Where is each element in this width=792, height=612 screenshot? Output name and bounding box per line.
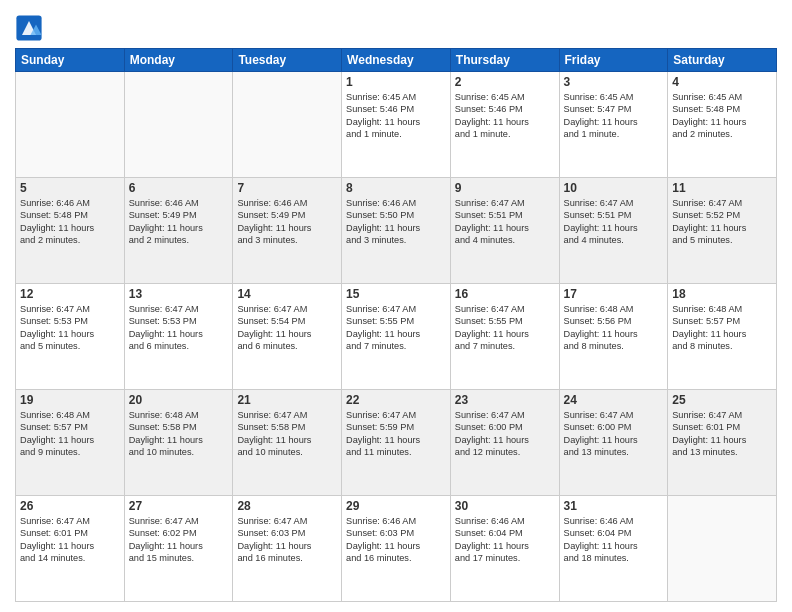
col-header-sunday: Sunday [16, 49, 125, 72]
day-cell: 17Sunrise: 6:48 AM Sunset: 5:56 PM Dayli… [559, 284, 668, 390]
day-cell: 28Sunrise: 6:47 AM Sunset: 6:03 PM Dayli… [233, 496, 342, 602]
day-cell: 4Sunrise: 6:45 AM Sunset: 5:48 PM Daylig… [668, 72, 777, 178]
calendar-header-row: SundayMondayTuesdayWednesdayThursdayFrid… [16, 49, 777, 72]
day-info: Sunrise: 6:45 AM Sunset: 5:48 PM Dayligh… [672, 91, 772, 141]
day-number: 8 [346, 181, 446, 195]
day-number: 29 [346, 499, 446, 513]
day-cell: 31Sunrise: 6:46 AM Sunset: 6:04 PM Dayli… [559, 496, 668, 602]
day-number: 9 [455, 181, 555, 195]
day-cell: 9Sunrise: 6:47 AM Sunset: 5:51 PM Daylig… [450, 178, 559, 284]
day-number: 5 [20, 181, 120, 195]
day-number: 27 [129, 499, 229, 513]
day-cell [668, 496, 777, 602]
day-number: 14 [237, 287, 337, 301]
day-info: Sunrise: 6:47 AM Sunset: 5:54 PM Dayligh… [237, 303, 337, 353]
day-info: Sunrise: 6:47 AM Sunset: 6:01 PM Dayligh… [672, 409, 772, 459]
day-number: 4 [672, 75, 772, 89]
day-number: 18 [672, 287, 772, 301]
day-info: Sunrise: 6:47 AM Sunset: 5:52 PM Dayligh… [672, 197, 772, 247]
day-number: 16 [455, 287, 555, 301]
day-info: Sunrise: 6:48 AM Sunset: 5:57 PM Dayligh… [20, 409, 120, 459]
day-number: 19 [20, 393, 120, 407]
day-cell [124, 72, 233, 178]
day-cell: 18Sunrise: 6:48 AM Sunset: 5:57 PM Dayli… [668, 284, 777, 390]
day-info: Sunrise: 6:47 AM Sunset: 5:55 PM Dayligh… [455, 303, 555, 353]
day-number: 3 [564, 75, 664, 89]
week-row-0: 1Sunrise: 6:45 AM Sunset: 5:46 PM Daylig… [16, 72, 777, 178]
day-info: Sunrise: 6:47 AM Sunset: 5:58 PM Dayligh… [237, 409, 337, 459]
day-info: Sunrise: 6:46 AM Sunset: 6:04 PM Dayligh… [564, 515, 664, 565]
day-info: Sunrise: 6:48 AM Sunset: 5:56 PM Dayligh… [564, 303, 664, 353]
day-number: 1 [346, 75, 446, 89]
day-info: Sunrise: 6:47 AM Sunset: 6:03 PM Dayligh… [237, 515, 337, 565]
day-cell: 3Sunrise: 6:45 AM Sunset: 5:47 PM Daylig… [559, 72, 668, 178]
day-cell: 25Sunrise: 6:47 AM Sunset: 6:01 PM Dayli… [668, 390, 777, 496]
day-info: Sunrise: 6:47 AM Sunset: 5:59 PM Dayligh… [346, 409, 446, 459]
day-cell: 7Sunrise: 6:46 AM Sunset: 5:49 PM Daylig… [233, 178, 342, 284]
day-info: Sunrise: 6:47 AM Sunset: 5:53 PM Dayligh… [20, 303, 120, 353]
day-info: Sunrise: 6:47 AM Sunset: 5:55 PM Dayligh… [346, 303, 446, 353]
day-number: 15 [346, 287, 446, 301]
col-header-tuesday: Tuesday [233, 49, 342, 72]
day-cell: 1Sunrise: 6:45 AM Sunset: 5:46 PM Daylig… [342, 72, 451, 178]
day-number: 31 [564, 499, 664, 513]
week-row-1: 5Sunrise: 6:46 AM Sunset: 5:48 PM Daylig… [16, 178, 777, 284]
col-header-thursday: Thursday [450, 49, 559, 72]
day-info: Sunrise: 6:46 AM Sunset: 5:50 PM Dayligh… [346, 197, 446, 247]
day-number: 7 [237, 181, 337, 195]
day-number: 20 [129, 393, 229, 407]
col-header-saturday: Saturday [668, 49, 777, 72]
day-cell: 8Sunrise: 6:46 AM Sunset: 5:50 PM Daylig… [342, 178, 451, 284]
week-row-4: 26Sunrise: 6:47 AM Sunset: 6:01 PM Dayli… [16, 496, 777, 602]
day-info: Sunrise: 6:47 AM Sunset: 6:00 PM Dayligh… [564, 409, 664, 459]
day-cell: 24Sunrise: 6:47 AM Sunset: 6:00 PM Dayli… [559, 390, 668, 496]
day-number: 21 [237, 393, 337, 407]
day-cell: 19Sunrise: 6:48 AM Sunset: 5:57 PM Dayli… [16, 390, 125, 496]
day-cell: 6Sunrise: 6:46 AM Sunset: 5:49 PM Daylig… [124, 178, 233, 284]
day-number: 10 [564, 181, 664, 195]
day-info: Sunrise: 6:45 AM Sunset: 5:46 PM Dayligh… [455, 91, 555, 141]
day-info: Sunrise: 6:46 AM Sunset: 5:49 PM Dayligh… [129, 197, 229, 247]
day-cell: 10Sunrise: 6:47 AM Sunset: 5:51 PM Dayli… [559, 178, 668, 284]
day-cell: 20Sunrise: 6:48 AM Sunset: 5:58 PM Dayli… [124, 390, 233, 496]
day-number: 2 [455, 75, 555, 89]
day-cell: 21Sunrise: 6:47 AM Sunset: 5:58 PM Dayli… [233, 390, 342, 496]
day-info: Sunrise: 6:46 AM Sunset: 5:49 PM Dayligh… [237, 197, 337, 247]
col-header-wednesday: Wednesday [342, 49, 451, 72]
day-number: 28 [237, 499, 337, 513]
day-cell: 15Sunrise: 6:47 AM Sunset: 5:55 PM Dayli… [342, 284, 451, 390]
day-number: 11 [672, 181, 772, 195]
day-cell: 14Sunrise: 6:47 AM Sunset: 5:54 PM Dayli… [233, 284, 342, 390]
header [15, 10, 777, 42]
day-info: Sunrise: 6:46 AM Sunset: 6:03 PM Dayligh… [346, 515, 446, 565]
day-number: 13 [129, 287, 229, 301]
day-info: Sunrise: 6:48 AM Sunset: 5:58 PM Dayligh… [129, 409, 229, 459]
day-cell: 13Sunrise: 6:47 AM Sunset: 5:53 PM Dayli… [124, 284, 233, 390]
day-info: Sunrise: 6:47 AM Sunset: 6:02 PM Dayligh… [129, 515, 229, 565]
week-row-3: 19Sunrise: 6:48 AM Sunset: 5:57 PM Dayli… [16, 390, 777, 496]
calendar-table: SundayMondayTuesdayWednesdayThursdayFrid… [15, 48, 777, 602]
day-cell: 11Sunrise: 6:47 AM Sunset: 5:52 PM Dayli… [668, 178, 777, 284]
day-number: 17 [564, 287, 664, 301]
logo-icon [15, 14, 43, 42]
day-info: Sunrise: 6:47 AM Sunset: 5:51 PM Dayligh… [455, 197, 555, 247]
day-info: Sunrise: 6:47 AM Sunset: 6:00 PM Dayligh… [455, 409, 555, 459]
day-cell: 23Sunrise: 6:47 AM Sunset: 6:00 PM Dayli… [450, 390, 559, 496]
day-number: 23 [455, 393, 555, 407]
day-cell: 26Sunrise: 6:47 AM Sunset: 6:01 PM Dayli… [16, 496, 125, 602]
day-number: 12 [20, 287, 120, 301]
day-cell: 12Sunrise: 6:47 AM Sunset: 5:53 PM Dayli… [16, 284, 125, 390]
day-number: 26 [20, 499, 120, 513]
col-header-friday: Friday [559, 49, 668, 72]
day-number: 30 [455, 499, 555, 513]
day-cell: 22Sunrise: 6:47 AM Sunset: 5:59 PM Dayli… [342, 390, 451, 496]
col-header-monday: Monday [124, 49, 233, 72]
day-cell [233, 72, 342, 178]
day-cell: 29Sunrise: 6:46 AM Sunset: 6:03 PM Dayli… [342, 496, 451, 602]
day-info: Sunrise: 6:47 AM Sunset: 5:53 PM Dayligh… [129, 303, 229, 353]
day-number: 25 [672, 393, 772, 407]
day-number: 22 [346, 393, 446, 407]
day-cell: 30Sunrise: 6:46 AM Sunset: 6:04 PM Dayli… [450, 496, 559, 602]
page: SundayMondayTuesdayWednesdayThursdayFrid… [0, 0, 792, 612]
day-info: Sunrise: 6:48 AM Sunset: 5:57 PM Dayligh… [672, 303, 772, 353]
